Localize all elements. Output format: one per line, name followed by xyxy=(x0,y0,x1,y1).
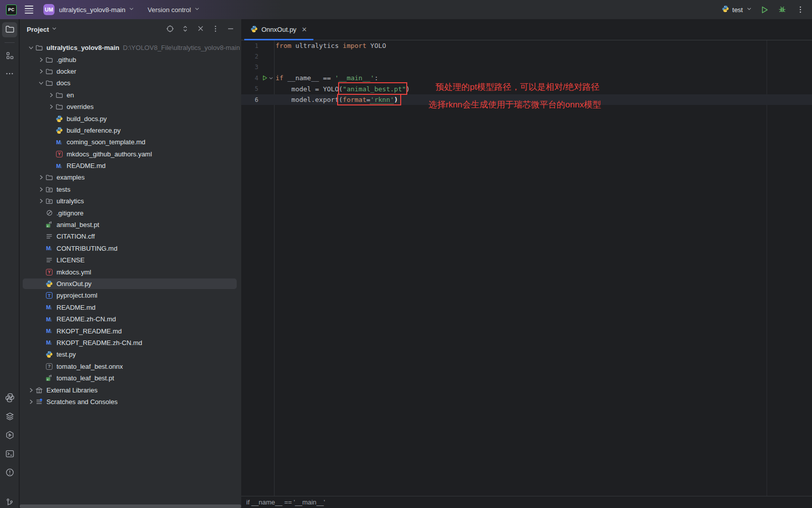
toolwindow-button-more[interactable] xyxy=(2,67,17,82)
project-view-selector[interactable]: Project xyxy=(27,25,58,33)
tree-item-tomato-leaf-best-onnx[interactable]: ?tomato_leaf_best.onnx xyxy=(20,361,241,372)
tree-item-citation-cff[interactable]: CITATION.cff xyxy=(20,231,241,242)
tree-item-onnxout-py[interactable]: OnnxOut.py xyxy=(20,278,241,290)
tree-item-mkdocs-github-authors-yaml[interactable]: Ymkdocs_github_authors.yaml xyxy=(20,148,241,160)
toolwindow-button-python-packages[interactable] xyxy=(2,410,17,425)
more-actions-button[interactable] xyxy=(794,3,807,16)
folder-icon xyxy=(45,67,53,75)
tree-item-label: ultralytics xyxy=(57,197,84,205)
tree-item-docs[interactable]: docs xyxy=(20,77,241,89)
tree-item-coming-soon-template-md[interactable]: M↓coming_soon_template.md xyxy=(20,136,241,148)
tree-item-contributing-md[interactable]: M↓CONTRIBUTING.md xyxy=(20,243,241,254)
tree-item-ultralytics[interactable]: ultralytics xyxy=(20,195,241,207)
tree-item-tomato-leaf-best-pt[interactable]: ctomato_leaf_best.pt xyxy=(20,372,241,384)
tree-item-readme-md[interactable]: M↓README.md xyxy=(20,160,241,172)
chevron-right-icon[interactable] xyxy=(47,91,55,99)
tree-item-test-py[interactable]: test.py xyxy=(20,349,241,360)
toolwindow-button-problems[interactable] xyxy=(2,466,17,481)
toolwindow-button-structure[interactable] xyxy=(2,48,17,64)
collapse-all-button[interactable] xyxy=(195,24,206,35)
tree-item-label: tests xyxy=(57,186,70,193)
toolwindow-button-terminal[interactable] xyxy=(2,447,17,462)
tree-item-readme-md[interactable]: M↓README.md xyxy=(20,302,241,313)
yaml-icon: Y xyxy=(56,151,63,157)
tree-item-pyproject-toml[interactable]: Tpyproject.toml xyxy=(20,290,241,301)
tree-item-label: OnnxOut.py xyxy=(57,280,91,288)
toolwindow-button-git-branch[interactable] xyxy=(2,495,17,508)
hide-button[interactable] xyxy=(225,24,236,35)
run-button[interactable] xyxy=(757,3,771,16)
unfold-button[interactable] xyxy=(180,24,191,35)
chevron-right-icon[interactable] xyxy=(27,398,35,406)
tree-item--github[interactable]: .github xyxy=(20,53,241,65)
debug-button[interactable] xyxy=(776,3,789,16)
toolwindow-button-python-console[interactable] xyxy=(2,391,17,406)
locate-button[interactable] xyxy=(165,24,176,35)
markdown-icon: M↓ xyxy=(46,304,52,310)
tree-item-build-docs-py[interactable]: build_docs.py xyxy=(20,112,241,124)
chevron-down-icon[interactable] xyxy=(27,44,35,51)
project-selector-label: ultralytics_yolov8-main xyxy=(59,6,126,14)
tree-item-label: CITATION.cff xyxy=(57,233,95,240)
tree-item-build-reference-py[interactable]: build_reference.py xyxy=(20,125,241,136)
version-control-menu[interactable]: Version control xyxy=(148,6,200,14)
chevron-down-icon[interactable] xyxy=(37,79,45,87)
chevron-right-icon[interactable] xyxy=(27,386,35,394)
tree-item-en[interactable]: en xyxy=(20,89,241,101)
run-configuration-selector[interactable]: test xyxy=(722,5,752,14)
more-icon xyxy=(211,25,220,34)
python-icon xyxy=(722,5,729,14)
tree-item-scratches-and-consoles[interactable]: Scratches and Consoles xyxy=(20,396,241,408)
chevron-right-icon[interactable] xyxy=(37,68,45,75)
right-margin-guide xyxy=(767,40,767,496)
lib-icon xyxy=(35,386,43,394)
unfold-icon xyxy=(181,25,189,34)
folder-icon xyxy=(45,55,53,64)
chevron-spacer xyxy=(47,162,55,170)
tree-item--gitignore[interactable]: .gitignore xyxy=(20,207,241,218)
tree-item-overrides[interactable]: overrides xyxy=(20,101,241,112)
project-tree-horizontal-scrollbar[interactable] xyxy=(20,504,241,508)
tree-item-animal-best-pt[interactable]: canimal_best.pt xyxy=(20,219,241,231)
tree-item-external-libraries[interactable]: External Libraries xyxy=(20,384,241,396)
tree-item-docker[interactable]: docker xyxy=(20,66,241,77)
tree-item-rkopt-readme-zh-cn-md[interactable]: M↓RKOPT_README.zh-CN.md xyxy=(20,337,241,349)
project-folder-icon xyxy=(5,24,15,35)
tree-item-readme-zh-cn-md[interactable]: M↓README.zh-CN.md xyxy=(20,313,241,325)
tree-item-examples[interactable]: examples xyxy=(20,172,241,183)
run-gutter-button[interactable] xyxy=(258,73,274,83)
scratch-icon xyxy=(35,398,43,406)
markdown-icon: M↓ xyxy=(56,163,63,169)
code-line-2[interactable]: 2 xyxy=(241,51,812,62)
chevron-right-icon[interactable] xyxy=(37,186,45,193)
tree-item-ultralytics-yolov8-main[interactable]: ultralytics_yolov8-mainD:\YOLOV8_File\ul… xyxy=(20,42,241,53)
code-line-1[interactable]: 1from ultralytics import YOLO xyxy=(241,40,812,51)
code-editor[interactable]: 1from ultralytics import YOLO234if __nam… xyxy=(241,40,812,496)
tree-item-tests[interactable]: tests xyxy=(20,184,241,195)
chevron-right-icon[interactable] xyxy=(37,197,45,205)
chevron-right-icon[interactable] xyxy=(47,103,55,110)
chevron-right-icon[interactable] xyxy=(37,56,45,64)
chevron-down-icon xyxy=(194,6,200,14)
editor-tab-onnxout[interactable]: OnnxOut.py ✕ xyxy=(244,19,313,40)
tree-item-license[interactable]: LICENSE xyxy=(20,254,241,266)
tree-item-label: tomato_leaf_best.onnx xyxy=(57,363,123,370)
chevron-right-icon[interactable] xyxy=(37,174,45,181)
main-menu-icon[interactable] xyxy=(25,6,33,13)
toolwindow-button-project-folder[interactable] xyxy=(2,22,17,37)
breadcrumb-item[interactable]: if __name__ == '__main__' xyxy=(246,498,325,506)
more-button[interactable] xyxy=(210,24,221,35)
chevron-spacer xyxy=(37,209,45,217)
close-tab-icon[interactable]: ✕ xyxy=(300,25,308,34)
project-selector[interactable]: ultralytics_yolov8-main xyxy=(59,6,135,14)
tree-item-rkopt-readme-md[interactable]: M↓RKOPT_README.md xyxy=(20,325,241,336)
code-line-3[interactable]: 3 xyxy=(241,62,812,73)
tree-item-mkdocs-yml[interactable]: Ymkdocs.yml xyxy=(20,266,241,277)
project-avatar-badge[interactable]: UM xyxy=(43,4,55,15)
toolwindow-button-services[interactable] xyxy=(2,428,17,443)
folder-icon xyxy=(45,174,53,182)
python-icon xyxy=(250,25,258,34)
gutter-separator xyxy=(274,40,275,496)
tree-item-label: CONTRIBUTING.md xyxy=(57,245,118,252)
folder-icon xyxy=(35,44,43,52)
